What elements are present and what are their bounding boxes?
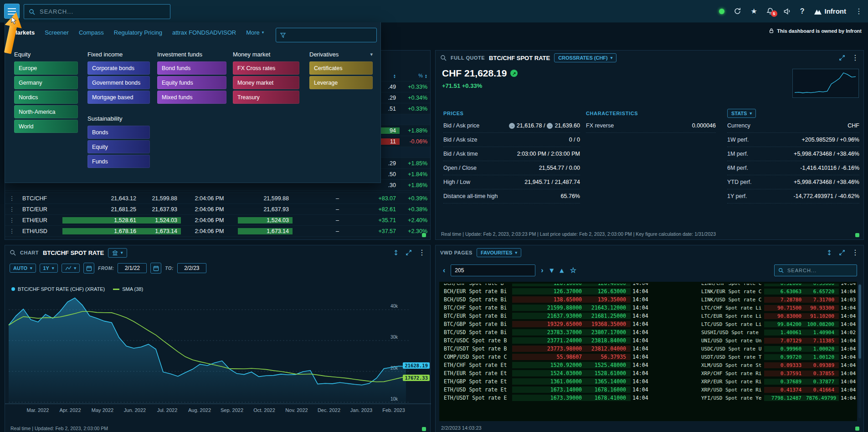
vwd-row-link-chf-spot-rate-c[interactable]: LINK/CHF Spot rate C6.520006.5500014:04 xyxy=(701,284,857,287)
page-back-button[interactable]: ‹ xyxy=(442,267,446,274)
vwd-row-eth-usdt-spot-rate-e[interactable]: ETH/USDT Spot rate E1673.390001678.41000… xyxy=(444,394,656,402)
exchange-selector[interactable]: ▾ xyxy=(108,248,127,258)
menu-tab-screener[interactable]: Screener xyxy=(45,29,69,36)
vwd-row-btc-usd-spot-rate-bi[interactable]: BTC/USD Spot rate Bi23783.3700023807.170… xyxy=(444,328,656,336)
range-select[interactable]: 1Y▾ xyxy=(40,264,58,273)
pin-panel-icon[interactable] xyxy=(393,249,399,256)
vwd-row-link-eur-spot-rate-c[interactable]: LINK/EUR Spot rate C6.630636.6572014:04 xyxy=(701,287,857,295)
vwd-row-ltc-chf-spot-rate-li[interactable]: LTC/CHF Spot rate Li90.7150090.9330014:0… xyxy=(701,304,857,312)
expand-icon[interactable] xyxy=(839,55,845,61)
row-kebab-icon[interactable]: ⋮ xyxy=(5,195,19,202)
chart-type-select[interactable]: ▾ xyxy=(62,264,80,273)
vwd-row-eth-usd-spot-rate-et[interactable]: ETH/USD Spot rate Et1673.140001678.16000… xyxy=(444,386,656,394)
menu-tab-regulatory-pricing[interactable]: Regulatory Pricing xyxy=(114,29,162,36)
vwd-row-eth-gbp-spot-rate-et[interactable]: ETH/GBP Spot rate Et1361.060001365.14000… xyxy=(444,377,656,386)
vwd-row-uni-usd-spot-rate-un[interactable]: UNI/USD Spot rate Un7.071297.1138514:04 xyxy=(701,336,857,345)
sort-icon[interactable]: ▲▼ xyxy=(393,74,396,79)
quote-row-eth-eur[interactable]: ⋮ETH/EUR1,528.611,524.032:04:06 PM1,524.… xyxy=(5,215,430,226)
vwd-row-bch-chf-spot-rate-b[interactable]: BCH/CHF Spot rate B126.10000126.4000014:… xyxy=(444,284,656,287)
page-forward-button[interactable]: › xyxy=(540,267,544,274)
to-calendar-button[interactable] xyxy=(150,263,161,274)
notifications-bell-icon[interactable]: 5 xyxy=(766,7,774,15)
quote-row-eth-usd[interactable]: ⋮ETH/USD1,678.161,673.142:04:06 PM1,673.… xyxy=(5,226,430,237)
quote-row-btc-eur[interactable]: ⋮BTC/EUR21,681.2521,637.932:04:06 PM21,6… xyxy=(5,204,430,215)
sort-icon[interactable]: ▲▼ xyxy=(425,74,427,79)
panel-kebab-icon[interactable]: ⋮ xyxy=(852,249,859,256)
vwd-search-input[interactable] xyxy=(786,267,853,274)
column-header-percent[interactable]: %▲▼ xyxy=(400,73,431,78)
favourite-star-button[interactable]: ☆ xyxy=(569,267,577,274)
from-calendar-button[interactable] xyxy=(83,263,94,274)
chart-plot-area[interactable]: 10k20k30k40k21628.1917672.33 xyxy=(5,290,431,412)
menu-item-bonds[interactable]: Bonds xyxy=(87,126,150,139)
menu-item-equity[interactable]: Equity xyxy=(87,140,150,153)
collapse-section-icon[interactable]: ▾ xyxy=(370,51,373,57)
stats-selector[interactable]: STATS▾ xyxy=(727,109,756,118)
row-kebab-icon[interactable]: ⋮ xyxy=(5,206,19,213)
overflow-kebab-icon[interactable]: ⋮ xyxy=(855,8,863,15)
menu-item-germany[interactable]: Germany xyxy=(14,76,78,89)
vwd-row-eth-chf-spot-rate-et[interactable]: ETH/CHF Spot rate Et1520.920001525.48000… xyxy=(444,361,656,369)
from-date-input[interactable]: 2/1/22 xyxy=(118,263,147,273)
menu-item-nordics[interactable]: Nordics xyxy=(14,91,78,104)
vwd-row-ltc-usd-spot-rate-li[interactable]: LTC/USD Spot rate Li99.84200100.0820014:… xyxy=(701,320,857,328)
pin-panel-icon[interactable] xyxy=(826,249,832,256)
vwd-row-bch-usd-spot-rate-bi[interactable]: BCH/USD Spot rate Bi138.65000139.3500014… xyxy=(444,295,656,304)
panel-kebab-icon[interactable]: ⋮ xyxy=(852,54,859,61)
scrollbar-thumb[interactable] xyxy=(858,285,861,359)
menu-tab-attrax-fondsadvisor[interactable]: attrax FONDSADVISOR xyxy=(172,29,236,36)
vwd-row-xrp-eur-spot-rate-ri[interactable]: XRP/EUR Spot rate Ri0.376890.3787714:04 xyxy=(701,377,857,386)
vwd-row-yfi-usd-spot-rate-ye[interactable]: YFI/USD Spot rate Ye7798.124877876.49799… xyxy=(701,394,857,402)
favourites-selector[interactable]: FAVOURITES▾ xyxy=(477,248,521,257)
crossrates-selector[interactable]: CROSSRATES (CHF)▾ xyxy=(554,53,616,62)
page-up-button[interactable]: ▴ xyxy=(559,267,565,274)
vwd-row-usdc-usd-spot-rate-u[interactable]: USDC/USD Spot rate U0.999601.0002014:04 xyxy=(701,345,857,353)
menu-filter-input[interactable] xyxy=(290,31,373,39)
vwd-row-btc-usdc-spot-rate-b[interactable]: BTC/USDC Spot rate B23771.2400023818.840… xyxy=(444,336,656,345)
menu-item-certificates[interactable]: Certificates xyxy=(309,61,373,75)
vwd-row-ltc-eur-spot-rate-li[interactable]: LTC/EUR Spot rate Li90.8300091.1020014:0… xyxy=(701,312,857,320)
vwd-row-xlm-usd-spot-rate-st[interactable]: XLM/USD Spot rate St0.093330.0938914:04 xyxy=(701,361,857,369)
menu-tab-compass[interactable]: Compass xyxy=(79,29,104,36)
menu-item-equity-funds[interactable]: Equity funds xyxy=(157,76,226,89)
row-kebab-icon[interactable]: ⋮ xyxy=(5,217,19,224)
menu-item-world[interactable]: World xyxy=(14,120,78,133)
scrollbar[interactable] xyxy=(858,284,861,418)
refresh-icon[interactable] xyxy=(734,7,741,15)
vwd-row-xrp-usd-spot-rate-ri[interactable]: XRP/USD Spot rate Ri0.413740.4166414:04 xyxy=(701,386,857,394)
scale-mode-select[interactable]: AUTO▾ xyxy=(10,264,36,273)
expand-icon[interactable] xyxy=(839,249,845,256)
vwd-row-link-usd-spot-rate-c[interactable]: LINK/USD Spot rate C7.287807.3170014:03 xyxy=(701,295,857,304)
menu-item-mortgage-based[interactable]: Mortgage based xyxy=(87,91,150,104)
expand-icon[interactable] xyxy=(406,249,412,256)
vwd-row-btc-chf-spot-rate-bi[interactable]: BTC/CHF Spot rate Bi21599.8800021643.120… xyxy=(444,304,656,312)
vwd-row-sushi-usd-spot-rate[interactable]: SUSHI/USD Spot rate1.400611.4090414:02 xyxy=(701,328,857,336)
vwd-row-btc-gbp-spot-rate-bi[interactable]: BTC/GBP Spot rate Bi19329.6500019368.350… xyxy=(444,320,656,328)
menu-item-money-market[interactable]: Money market xyxy=(233,76,299,89)
search-input[interactable] xyxy=(39,8,165,15)
menu-item-europe[interactable]: Europe xyxy=(14,61,78,75)
menu-tab-more[interactable]: More▾ xyxy=(246,29,264,36)
menu-item-funds[interactable]: Funds xyxy=(87,155,150,168)
menu-item-bond-funds[interactable]: Bond funds xyxy=(157,61,226,75)
page-down-button[interactable]: ▾ xyxy=(549,267,555,274)
announcements-megaphone-icon[interactable] xyxy=(783,7,791,15)
panel-kebab-icon[interactable]: ⋮ xyxy=(418,249,426,256)
menu-item-corporate-bonds[interactable]: Corporate bonds xyxy=(87,61,150,75)
vwd-row-btc-eur-spot-rate-bi[interactable]: BTC/EUR Spot rate Bi21637.9300021681.250… xyxy=(444,312,656,320)
menu-item-government-bonds[interactable]: Government bonds xyxy=(87,76,150,89)
vwd-row-eth-eur-spot-rate-et[interactable]: ETH/EUR Spot rate Et1524.030001528.61000… xyxy=(444,369,656,377)
menu-item-fx-cross-rates[interactable]: FX Cross rates xyxy=(233,61,299,75)
help-icon[interactable]: ? xyxy=(800,7,805,15)
menu-item-mixed-funds[interactable]: Mixed funds xyxy=(157,91,226,104)
to-date-input[interactable]: 2/2/23 xyxy=(177,263,206,273)
vwd-row-usdt-usd-spot-rate-t[interactable]: USDT/USD Spot rate T0.997201.0012014:04 xyxy=(701,353,857,361)
menu-item-treasury[interactable]: Treasury xyxy=(233,91,299,104)
vwd-row-xrp-chf-spot-rate-ri[interactable]: XRP/CHF Spot rate Ri0.375910.3785514:04 xyxy=(701,369,857,377)
vwd-row-bch-eur-spot-rate-bi[interactable]: BCH/EUR Spot rate Bi126.37000126.6300014… xyxy=(444,287,656,295)
quote-row-btc-chf[interactable]: ⋮BTC/CHF21,643.1221,599.882:04:06 PM21,5… xyxy=(5,193,430,204)
menu-item-north-america[interactable]: North-America xyxy=(14,105,78,118)
page-number-input[interactable] xyxy=(451,264,535,276)
favorites-star-icon[interactable]: ★ xyxy=(750,7,757,15)
row-kebab-icon[interactable]: ⋮ xyxy=(5,228,19,234)
